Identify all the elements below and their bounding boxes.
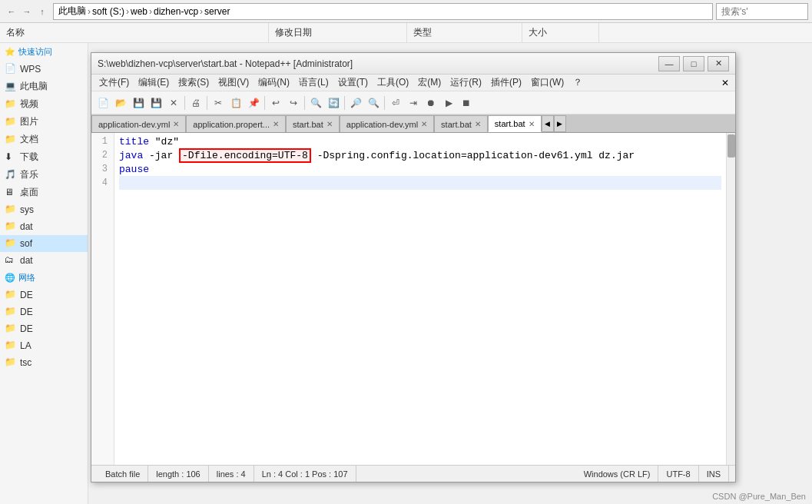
tb-macro-record[interactable]: ⏺ xyxy=(423,94,439,111)
menubar-close-btn[interactable]: ✕ xyxy=(718,78,732,88)
tab-close-active-btn[interactable]: ✕ xyxy=(529,120,535,128)
tab-appdev1[interactable]: application-dev.yml ✕ xyxy=(91,115,186,132)
tb-cut[interactable]: ✂ xyxy=(210,94,227,111)
notepad-statusbar: Batch file length : 106 lines : 4 Ln : 4… xyxy=(91,465,735,482)
menu-run[interactable]: 运行(R) xyxy=(446,75,486,91)
address-bar[interactable]: 此电脑 › soft (S:) › web › dizhen-vcp › ser… xyxy=(53,3,713,20)
sidebar-item-dat2[interactable]: 🗂 dat xyxy=(0,252,88,269)
nav-forward-btn[interactable]: → xyxy=(19,4,35,19)
tab-close-btn[interactable]: ✕ xyxy=(326,120,333,128)
tb-sep2 xyxy=(207,96,207,110)
tb-zoomin[interactable]: 🔎 xyxy=(347,94,364,111)
tb-replace[interactable]: 🔄 xyxy=(325,94,342,111)
tb-paste[interactable]: 📌 xyxy=(245,94,262,111)
menu-macro[interactable]: 宏(M) xyxy=(413,75,446,91)
path-part: server xyxy=(204,6,230,17)
tb-sep6 xyxy=(384,96,385,110)
tab-close-btn[interactable]: ✕ xyxy=(475,120,481,128)
tab-start1[interactable]: start.bat ✕ xyxy=(286,115,340,132)
col-name[interactable]: 名称 xyxy=(0,23,269,42)
tb-close[interactable]: ✕ xyxy=(165,94,182,111)
sidebar-item-sof[interactable]: 📁 sof xyxy=(0,235,88,252)
tb-indent[interactable]: ⇥ xyxy=(405,94,422,111)
path-part: dizhen-vcp xyxy=(154,6,198,17)
tb-open[interactable]: 📂 xyxy=(112,94,129,111)
editor-scrollbar[interactable] xyxy=(726,133,735,465)
computer-icon: 💻 xyxy=(5,81,17,93)
sidebar-item-tsc[interactable]: 📁 tsc xyxy=(0,354,88,371)
tb-print[interactable]: 🖨 xyxy=(187,94,204,111)
tb-macro-stop[interactable]: ⏹ xyxy=(458,94,475,111)
tb-wordwrap[interactable]: ⏎ xyxy=(387,94,404,111)
tb-copy[interactable]: 📋 xyxy=(227,94,244,111)
sidebar-item-music[interactable]: 🎵 音乐 xyxy=(0,166,88,184)
tb-redo[interactable]: ↪ xyxy=(285,94,302,111)
sidebar-item-de2[interactable]: 📁 DE xyxy=(0,303,88,320)
tab-start2[interactable]: start.bat ✕ xyxy=(434,115,488,132)
sidebar-quickaccess-header[interactable]: ⭐ 快速访问 xyxy=(0,43,88,61)
code-jar: -jar xyxy=(149,150,179,161)
menu-settings[interactable]: 设置(T) xyxy=(333,75,373,91)
sof-icon: 📁 xyxy=(5,237,17,250)
menu-edit[interactable]: 编辑(E) xyxy=(134,75,174,91)
notepad-toolbar: 📄 📂 💾 💾 ✕ 🖨 ✂ 📋 📌 ↩ ↪ 🔍 🔄 🔎 🔍 ⏎ ⇥ ⏺ ▶ ⏹ xyxy=(91,91,735,114)
menu-language[interactable]: 语言(L) xyxy=(294,75,333,91)
menu-encoding[interactable]: 编码(N) xyxy=(254,75,294,91)
tab-start3-active[interactable]: start.bat ✕ xyxy=(488,115,542,132)
sidebar-item-dat1[interactable]: 📁 dat xyxy=(0,218,88,235)
code-editor[interactable]: title "dz" java -jar -Dfile.encoding=UTF… xyxy=(114,133,726,465)
path-part: soft (S:) xyxy=(92,6,124,17)
explorer-header: ← → ↑ 此电脑 › soft (S:) › web › dizhen-vcp… xyxy=(0,0,812,23)
nav-back-btn[interactable]: ← xyxy=(4,4,19,19)
tab-appdev2[interactable]: application-dev.yml ✕ xyxy=(340,115,434,132)
sidebar-item-desktop[interactable]: 🖥 桌面 xyxy=(0,184,88,201)
tab-close-btn[interactable]: ✕ xyxy=(421,120,427,128)
tb-macro-play[interactable]: ▶ xyxy=(440,94,457,111)
menu-view[interactable]: 视图(V) xyxy=(214,75,254,91)
sidebar-sys-label: sys xyxy=(20,204,34,215)
col-size[interactable]: 大小 xyxy=(522,23,599,42)
tb-undo[interactable]: ↩ xyxy=(267,94,284,111)
sidebar: ⭐ 快速访问 📄 WPS 💻 此电脑 📁 视频 📁 图片 📁 文档 ⬇ 下载 🎵… xyxy=(0,43,88,504)
minimize-button[interactable]: — xyxy=(658,56,680,71)
close-button[interactable]: ✕ xyxy=(708,56,729,71)
tb-zoomout[interactable]: 🔍 xyxy=(365,94,382,111)
notepad-editor[interactable]: 1 2 3 4 title "dz" java -jar -Dfile.enco… xyxy=(91,133,735,465)
menu-help[interactable]: ？ xyxy=(568,75,587,91)
tb-new[interactable]: 📄 xyxy=(94,94,111,111)
sidebar-item-computer[interactable]: 💻 此电脑 xyxy=(0,78,88,95)
maximize-button[interactable]: □ xyxy=(683,56,704,71)
menu-plugins[interactable]: 插件(P) xyxy=(486,75,526,91)
tab-close-btn[interactable]: ✕ xyxy=(273,120,279,128)
sidebar-item-video[interactable]: 📁 视频 xyxy=(0,95,88,113)
sidebar-item-sys[interactable]: 📁 sys xyxy=(0,201,88,218)
sidebar-item-de3[interactable]: 📁 DE xyxy=(0,320,88,337)
sidebar-la-label: LA xyxy=(20,340,31,351)
sidebar-item-de1[interactable]: 📁 DE xyxy=(0,287,88,303)
menu-search[interactable]: 搜索(S) xyxy=(174,75,214,91)
sidebar-item-docs[interactable]: 📁 文档 xyxy=(0,131,88,148)
sidebar-item-la[interactable]: 📁 LA xyxy=(0,337,88,354)
menu-file[interactable]: 文件(F) xyxy=(94,75,134,91)
col-type[interactable]: 类型 xyxy=(407,23,522,42)
menu-tools[interactable]: 工具(O) xyxy=(373,75,413,91)
tabs-scroll-left[interactable]: ◀ xyxy=(542,115,554,132)
sidebar-item-downloads[interactable]: ⬇ 下载 xyxy=(0,148,88,166)
menu-window[interactable]: 窗口(W) xyxy=(526,75,568,91)
tab-label: application-dev.yml xyxy=(98,120,170,129)
tab-appprops[interactable]: application.propert... ✕ xyxy=(186,115,286,132)
tb-save[interactable]: 💾 xyxy=(130,94,147,111)
tab-close-btn[interactable]: ✕ xyxy=(173,120,179,128)
tb-find[interactable]: 🔍 xyxy=(307,94,324,111)
sidebar-item-wps[interactable]: 📄 WPS xyxy=(0,61,88,78)
status-line-endings: Windows (CR LF) xyxy=(576,466,659,482)
scrollbar-thumb[interactable] xyxy=(727,134,735,158)
sidebar-de1-label: DE xyxy=(20,290,33,300)
tb-saveall[interactable]: 💾 xyxy=(147,94,164,111)
sidebar-item-pictures[interactable]: 📁 图片 xyxy=(0,113,88,131)
tabs-scroll-right[interactable]: ▶ xyxy=(554,115,566,132)
sidebar-network-header[interactable]: 🌐 网络 xyxy=(0,269,88,287)
nav-up-btn[interactable]: ↑ xyxy=(35,4,50,19)
explorer-search-input[interactable] xyxy=(716,3,808,20)
col-date[interactable]: 修改日期 xyxy=(269,23,407,42)
